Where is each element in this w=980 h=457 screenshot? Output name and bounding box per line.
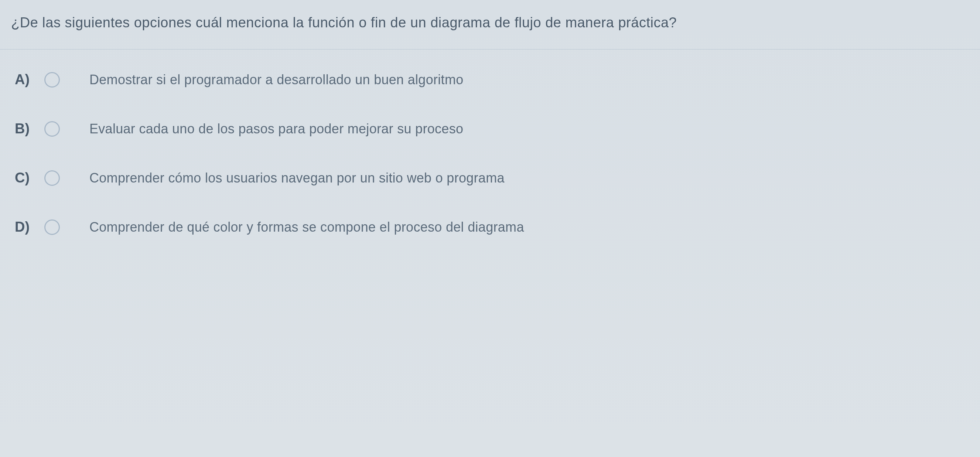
radio-button-a[interactable] xyxy=(45,72,60,88)
radio-button-c[interactable] xyxy=(45,170,60,186)
option-label-c: C) xyxy=(15,170,45,186)
option-row-b: B) Evaluar cada uno de los pasos para po… xyxy=(15,121,965,137)
option-text-a: Demostrar si el programador a desarrolla… xyxy=(89,72,464,88)
option-label-b: B) xyxy=(15,121,45,137)
option-row-d: D) Comprender de qué color y formas se c… xyxy=(15,219,965,235)
option-row-c: C) Comprender cómo los usuarios navegan … xyxy=(15,170,965,186)
radio-button-b[interactable] xyxy=(45,121,60,137)
question-text: ¿De las siguientes opciones cuál mencion… xyxy=(11,15,677,30)
option-label-a: A) xyxy=(15,72,45,88)
option-row-a: A) Demostrar si el programador a desarro… xyxy=(15,72,965,88)
question-header: ¿De las siguientes opciones cuál mencion… xyxy=(0,0,980,49)
options-container: A) Demostrar si el programador a desarro… xyxy=(0,49,980,290)
option-text-c: Comprender cómo los usuarios navegan por… xyxy=(89,170,504,186)
option-text-b: Evaluar cada uno de los pasos para poder… xyxy=(89,121,463,137)
option-text-d: Comprender de qué color y formas se comp… xyxy=(89,220,524,235)
radio-button-d[interactable] xyxy=(45,220,60,235)
option-label-d: D) xyxy=(15,219,45,235)
